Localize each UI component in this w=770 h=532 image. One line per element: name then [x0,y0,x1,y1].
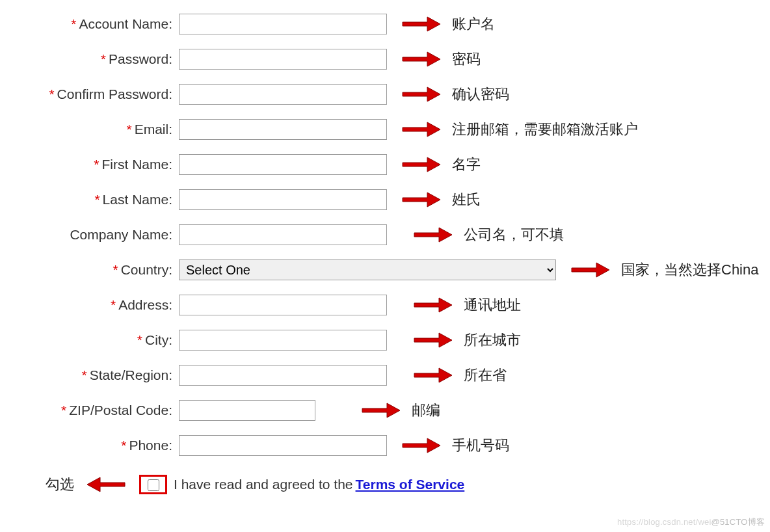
arrow-right-icon [413,297,453,313]
anno-country: 国家，当然选择China [621,261,758,279]
arrow-right-icon [413,226,453,243]
row-email: *Email: 注册邮箱，需要邮箱激活账户 [0,112,770,147]
row-country: *Country: Select One 国家，当然选择China [0,252,770,287]
label-email: *Email: [0,122,179,137]
row-terms: 勾选 I have read and agreed to the Terms o… [0,475,770,494]
row-password: *Password: 密码 [0,42,770,77]
required-marker: * [71,16,76,31]
anno-account-name: 账户名 [452,15,495,33]
required-marker: * [137,332,142,347]
arrow-right-icon [361,402,401,419]
required-marker: * [126,122,131,137]
terms-text: I have read and agreed to the [174,477,353,492]
label-password: *Password: [0,51,179,67]
arrow-left-icon [86,476,126,493]
label-city: *City: [0,332,179,348]
row-first-name: *First Name: 名字 [0,147,770,182]
anno-zip: 邮编 [412,401,440,419]
label-first-name: *First Name: [0,157,179,172]
required-marker: * [113,262,118,277]
row-zip: *ZIP/Postal Code: 邮编 [0,393,770,428]
row-company-name: Company Name: 公司名，可不填 [0,217,770,252]
row-phone: *Phone: 手机号码 [0,428,770,463]
row-last-name: *Last Name: 姓氏 [0,182,770,217]
zip-input[interactable] [179,400,315,421]
required-marker: * [111,297,116,312]
anno-email: 注册邮箱，需要邮箱激活账户 [452,120,638,139]
anno-confirm-password: 确认密码 [452,85,509,103]
required-marker: * [121,438,126,453]
anno-last-name: 姓氏 [452,191,481,209]
email-input[interactable] [179,119,387,140]
row-account-name: *Account Name: 账户名 [0,7,770,42]
country-select[interactable]: Select One [179,259,556,280]
required-marker: * [101,51,106,66]
arrow-right-icon [401,51,442,68]
city-input[interactable] [179,330,387,351]
anno-company-name: 公司名，可不填 [464,226,564,244]
anno-address: 通讯地址 [464,296,521,314]
terms-checkbox[interactable] [148,479,159,491]
label-address: *Address: [0,297,179,313]
label-last-name: *Last Name: [0,192,179,207]
last-name-input[interactable] [179,189,387,210]
arrow-right-icon [401,437,442,454]
row-address: *Address: 通讯地址 [0,287,770,323]
first-name-input[interactable] [179,154,387,175]
required-marker: * [94,192,100,207]
company-name-input[interactable] [179,224,387,245]
arrow-right-icon [413,367,453,384]
label-account-name: *Account Name: [0,16,179,32]
row-city: *City: 所在城市 [0,323,770,358]
label-state: *State/Region: [0,367,179,383]
arrow-right-icon [401,121,442,138]
terms-of-service-link[interactable]: Terms of Service [356,477,465,492]
row-confirm-password: *Confirm Password: 确认密码 [0,77,770,112]
required-marker: * [49,86,54,101]
anno-phone: 手机号码 [452,436,509,455]
label-zip: *ZIP/Postal Code: [0,403,179,418]
arrow-right-icon [401,191,442,208]
required-marker: * [82,367,87,382]
row-state: *State/Region: 所在省 [0,358,770,393]
arrow-right-icon [570,261,611,278]
address-input[interactable] [179,295,387,315]
label-phone: *Phone: [0,438,179,453]
account-name-input[interactable] [179,14,387,34]
required-marker: * [94,157,99,172]
label-country: *Country: [0,262,179,278]
anno-city: 所在城市 [464,331,521,349]
arrow-right-icon [401,156,442,173]
password-input[interactable] [179,49,387,70]
required-marker: * [61,403,66,418]
anno-state: 所在省 [464,366,507,384]
label-confirm-password: *Confirm Password: [0,86,179,102]
confirm-password-input[interactable] [179,84,387,105]
anno-first-name: 名字 [452,155,481,174]
label-company-name: Company Name: [0,227,179,243]
arrow-right-icon [401,86,442,103]
arrow-right-icon [401,16,442,33]
anno-password: 密码 [452,50,481,68]
checkbox-highlight [139,475,167,494]
state-input[interactable] [179,365,387,386]
anno-check: 勾选 [46,475,74,494]
phone-input[interactable] [179,435,387,456]
arrow-right-icon [413,332,453,349]
